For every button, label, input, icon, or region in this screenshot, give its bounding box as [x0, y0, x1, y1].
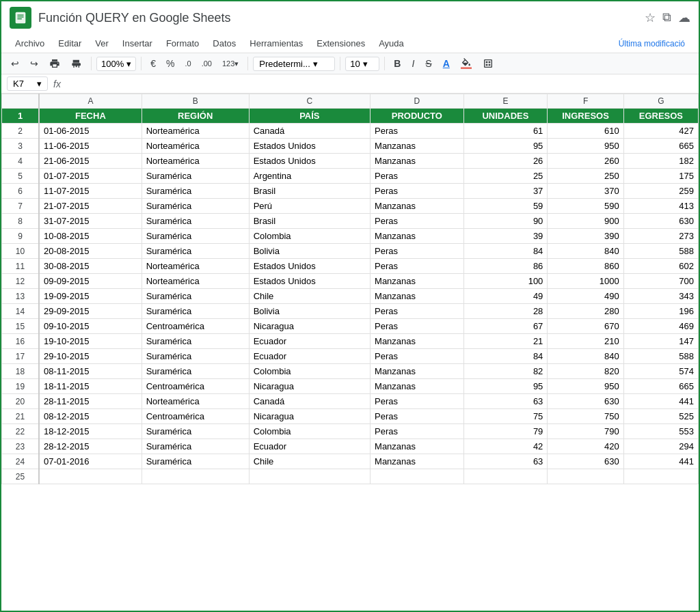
cell-21-1[interactable]: 08-12-2015: [39, 409, 142, 424]
cell-7-5[interactable]: 59: [463, 199, 548, 214]
header-ingresos[interactable]: INGRESOS: [548, 109, 623, 124]
cell-13-6[interactable]: 490: [548, 289, 623, 304]
cell-2-1[interactable]: 01-06-2015: [39, 124, 142, 139]
cell-9-7[interactable]: 273: [623, 229, 698, 244]
cell-14-2[interactable]: Suramérica: [142, 304, 249, 319]
cell-20-2[interactable]: Norteamérica: [142, 394, 249, 409]
font-size-selector[interactable]: 10 ▾: [345, 57, 379, 71]
col-header-E[interactable]: E: [463, 94, 548, 109]
star-icon[interactable]: ☆: [645, 10, 656, 25]
cell-11-5[interactable]: 86: [463, 259, 548, 274]
cell-18-4[interactable]: Manzanas: [371, 364, 463, 379]
cell-9-6[interactable]: 390: [548, 229, 623, 244]
cell-7-2[interactable]: Suramérica: [142, 199, 249, 214]
cell-22-4[interactable]: Peras: [371, 424, 463, 439]
copy-icon[interactable]: ⧉: [662, 10, 671, 25]
menu-ver[interactable]: Ver: [90, 36, 114, 51]
currency-button[interactable]: €: [146, 56, 160, 71]
font-selector[interactable]: Predetermi... ▾: [253, 57, 335, 71]
cell-8-2[interactable]: Suramérica: [142, 214, 249, 229]
menu-datos[interactable]: Datos: [207, 36, 241, 51]
print-button[interactable]: [45, 56, 64, 71]
cell-22-6[interactable]: 790: [548, 424, 623, 439]
cell-10-7[interactable]: 588: [623, 244, 698, 259]
cell-14-7[interactable]: 196: [623, 304, 698, 319]
cell-16-6[interactable]: 210: [548, 334, 623, 349]
col-header-F[interactable]: F: [548, 94, 623, 109]
cell-24-6[interactable]: 630: [548, 454, 623, 469]
cell-4-3[interactable]: Estados Unidos: [249, 154, 370, 169]
cell-13-2[interactable]: Suramérica: [142, 289, 249, 304]
more-formats-button[interactable]: 123 ▾: [218, 57, 243, 70]
cell-24-1[interactable]: 07-01-2016: [39, 454, 142, 469]
cell-21-7[interactable]: 525: [623, 409, 698, 424]
cell-16-2[interactable]: Suramérica: [142, 334, 249, 349]
cell-2-2[interactable]: Norteamérica: [142, 124, 249, 139]
cell-2-6[interactable]: 610: [548, 124, 623, 139]
cell-13-1[interactable]: 19-09-2015: [39, 289, 142, 304]
cell-15-3[interactable]: Nicaragua: [249, 319, 370, 334]
cell-17-4[interactable]: Peras: [371, 349, 463, 364]
cell-5-1[interactable]: 01-07-2015: [39, 169, 142, 184]
cell-19-3[interactable]: Nicaragua: [249, 379, 370, 394]
cell-20-7[interactable]: 441: [623, 394, 698, 409]
cloud-icon[interactable]: ☁: [678, 10, 690, 25]
cell-5-2[interactable]: Suramérica: [142, 169, 249, 184]
cell-3-4[interactable]: Manzanas: [371, 139, 463, 154]
cell-13-5[interactable]: 49: [463, 289, 548, 304]
cell-2-5[interactable]: 61: [463, 124, 548, 139]
header-region[interactable]: REGIÓN: [142, 109, 249, 124]
cell-22-3[interactable]: Colombia: [249, 424, 370, 439]
menu-editar[interactable]: Editar: [53, 36, 87, 51]
cell-15-7[interactable]: 469: [623, 319, 698, 334]
cell-15-6[interactable]: 670: [548, 319, 623, 334]
menu-herramientas[interactable]: Herramientas: [244, 36, 308, 51]
cell-7-1[interactable]: 21-07-2015: [39, 199, 142, 214]
cell-17-1[interactable]: 29-10-2015: [39, 349, 142, 364]
cell-3-6[interactable]: 950: [548, 139, 623, 154]
cell-16-3[interactable]: Ecuador: [249, 334, 370, 349]
cell-15-2[interactable]: Centroamérica: [142, 319, 249, 334]
cell-9-4[interactable]: Manzanas: [371, 229, 463, 244]
cell-15-5[interactable]: 67: [463, 319, 548, 334]
decimal1-button[interactable]: .0: [181, 57, 196, 70]
cell-3-5[interactable]: 95: [463, 139, 548, 154]
cell-6-7[interactable]: 259: [623, 184, 698, 199]
cell-9-1[interactable]: 10-08-2015: [39, 229, 142, 244]
cell-14-1[interactable]: 29-09-2015: [39, 304, 142, 319]
menu-insertar[interactable]: Insertar: [117, 36, 158, 51]
cell-11-4[interactable]: Peras: [371, 259, 463, 274]
cell-21-2[interactable]: Centroamérica: [142, 409, 249, 424]
cell-16-5[interactable]: 21: [463, 334, 548, 349]
cell-3-1[interactable]: 11-06-2015: [39, 139, 142, 154]
cell-20-5[interactable]: 63: [463, 394, 548, 409]
cell-23-2[interactable]: Suramérica: [142, 439, 249, 454]
cell-22-2[interactable]: Suramérica: [142, 424, 249, 439]
cell-10-3[interactable]: Bolivia: [249, 244, 370, 259]
cell-20-6[interactable]: 630: [548, 394, 623, 409]
cell-4-1[interactable]: 21-06-2015: [39, 154, 142, 169]
cell-16-7[interactable]: 147: [623, 334, 698, 349]
cell-8-6[interactable]: 900: [548, 214, 623, 229]
cell-10-6[interactable]: 840: [548, 244, 623, 259]
formula-input[interactable]: [66, 77, 693, 90]
cell-6-3[interactable]: Brasil: [249, 184, 370, 199]
cell-7-6[interactable]: 590: [548, 199, 623, 214]
cell-14-3[interactable]: Bolivia: [249, 304, 370, 319]
italic-button[interactable]: I: [407, 56, 418, 71]
percent-button[interactable]: %: [162, 56, 178, 71]
cell-6-2[interactable]: Suramérica: [142, 184, 249, 199]
cell-12-7[interactable]: 700: [623, 274, 698, 289]
col-header-D[interactable]: D: [371, 94, 463, 109]
underline-button[interactable]: A: [439, 56, 454, 71]
cell-18-3[interactable]: Colombia: [249, 364, 370, 379]
cell-13-7[interactable]: 343: [623, 289, 698, 304]
cell-8-4[interactable]: Peras: [371, 214, 463, 229]
cell-8-7[interactable]: 630: [623, 214, 698, 229]
cell-23-7[interactable]: 294: [623, 439, 698, 454]
cell-18-1[interactable]: 08-11-2015: [39, 364, 142, 379]
cell-18-2[interactable]: Suramérica: [142, 364, 249, 379]
cell-21-4[interactable]: Peras: [371, 409, 463, 424]
cell-24-4[interactable]: Manzanas: [371, 454, 463, 469]
cell-13-3[interactable]: Chile: [249, 289, 370, 304]
